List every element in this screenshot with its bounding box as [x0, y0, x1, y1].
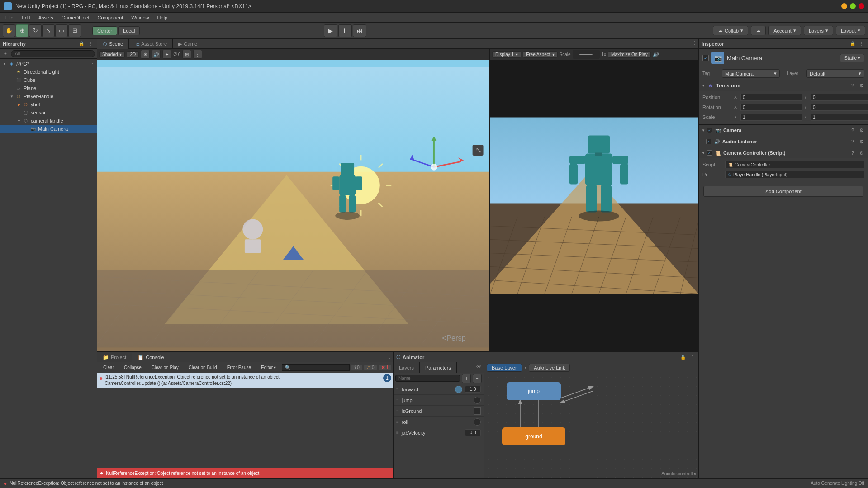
anim-eye-icon[interactable]: 👁: [474, 362, 484, 371]
animator-lock-icon[interactable]: 🔒: [679, 354, 687, 361]
pi-field-value[interactable]: ⬡ PlayerHandle (PlayerInput): [725, 171, 864, 178]
rotate-tool[interactable]: ↻: [29, 24, 42, 37]
position-y-input[interactable]: [811, 94, 868, 101]
editor-tabs-menu-icon[interactable]: ⋮: [691, 39, 698, 46]
anim-tab-layers[interactable]: Layers: [394, 362, 420, 373]
script-field-value[interactable]: 📜 CameraController: [725, 161, 864, 168]
audio-listener-help-icon[interactable]: ?: [849, 138, 856, 145]
scene-viewport[interactable]: Shaded ▾ 2D ☀ 🔊 ✦ Ø 0 ⊞ ⋮: [97, 49, 490, 351]
hierarchy-lock-icon[interactable]: 🔒: [78, 40, 85, 47]
rotation-y-input[interactable]: [811, 104, 868, 111]
error-pause-button[interactable]: Error Pause: [223, 364, 255, 371]
hierarchy-item-directional-light[interactable]: ▶ ☀ Directional Light: [0, 68, 97, 76]
pause-button[interactable]: ⏸: [338, 24, 352, 37]
anim-add-param-button[interactable]: +: [462, 374, 471, 383]
forward-bool-control[interactable]: [455, 386, 462, 393]
scene-audio-btn[interactable]: 🔊: [152, 50, 161, 59]
menu-assets[interactable]: Assets: [35, 14, 57, 21]
tab-console[interactable]: 📋 Console: [132, 353, 170, 362]
tab-project[interactable]: 📁 Project: [97, 353, 132, 362]
menu-help[interactable]: Help: [153, 14, 171, 21]
scene-menu-btn[interactable]: ⋮: [193, 50, 202, 59]
scale-slider[interactable]: ────: [573, 50, 600, 59]
layer-dropdown[interactable]: Default ▾: [806, 69, 864, 78]
camera-controller-enabled-checkbox[interactable]: ✓: [707, 150, 712, 156]
camera-help-icon[interactable]: ?: [849, 127, 856, 134]
transform-settings-icon[interactable]: ⚙: [858, 82, 865, 89]
maximize-on-play-btn[interactable]: Maximize On Play: [608, 51, 651, 58]
transform-header[interactable]: ▼ ⊕ Transform ? ⚙: [699, 80, 868, 91]
anim-graph-content[interactable]: jump ground Animtor.controller: [484, 373, 698, 478]
forward-value[interactable]: 1.0: [465, 386, 481, 393]
menu-file[interactable]: File: [2, 14, 17, 21]
play-button[interactable]: ▶: [324, 24, 337, 37]
anim-param-jump[interactable]: ≡ jump: [394, 395, 484, 406]
menu-gameobject[interactable]: GameObject: [58, 14, 93, 21]
transform-tool[interactable]: ⊞: [68, 24, 81, 37]
tab-asset-store[interactable]: 🛍 Asset Store: [129, 39, 173, 49]
maximize-button[interactable]: [850, 3, 856, 9]
hierarchy-menu-icon[interactable]: ⋮: [87, 40, 94, 47]
anim-param-isground[interactable]: ≡ isGround: [394, 406, 484, 417]
camera-controller-settings-icon[interactable]: ⚙: [858, 149, 865, 156]
menu-component[interactable]: Component: [94, 14, 127, 21]
menu-edit[interactable]: Edit: [18, 14, 34, 21]
collapse-button[interactable]: Collapse: [120, 364, 146, 371]
anim-state-jump[interactable]: jump: [507, 382, 561, 400]
scene-light-btn[interactable]: ☀: [141, 50, 150, 59]
inspector-lock-icon[interactable]: 🔒: [849, 40, 856, 47]
anim-search-input[interactable]: [395, 375, 460, 382]
roll-bool-control[interactable]: [474, 418, 481, 426]
tab-scene[interactable]: ⬡ Scene: [97, 39, 129, 49]
camera-enabled-checkbox[interactable]: ✓: [707, 128, 712, 133]
inspector-static-button[interactable]: Static ▾: [840, 54, 864, 62]
rpg-menu-icon[interactable]: ⋮: [90, 61, 95, 67]
audio-listener-settings-icon[interactable]: ⚙: [858, 138, 865, 145]
console-log-item[interactable]: ● [11:25:58] NullReferenceException: Obj…: [97, 373, 393, 388]
console-tabs-menu[interactable]: ⋮: [386, 355, 393, 362]
hierarchy-item-main-camera[interactable]: ▶ 📷 Main Camera: [0, 125, 97, 133]
clear-button[interactable]: Clear: [99, 364, 118, 371]
aspect-dropdown[interactable]: Free Aspect ▾: [523, 51, 557, 58]
pivot-local-toggle[interactable]: Local: [118, 26, 140, 35]
pivot-center-toggle[interactable]: Center: [92, 26, 117, 35]
shading-dropdown[interactable]: Shaded ▾: [99, 51, 125, 58]
scene-fx-btn[interactable]: ✦: [162, 50, 171, 59]
hierarchy-item-rpg[interactable]: ▼ ◈ RPG* ⋮: [0, 60, 97, 68]
hierarchy-item-plane[interactable]: ▶ ▱ Plane: [0, 84, 97, 92]
add-component-button[interactable]: Add Component: [703, 186, 863, 197]
tag-dropdown[interactable]: MainCamera ▾: [722, 69, 780, 78]
display-dropdown[interactable]: Display 1 ▾: [492, 51, 521, 58]
cloud-button[interactable]: ☁: [751, 26, 766, 35]
close-button[interactable]: [859, 3, 864, 9]
transform-help-icon[interactable]: ?: [849, 82, 856, 89]
move-tool[interactable]: ⊕: [16, 24, 28, 37]
anim-param-forward[interactable]: ≡ forward 1.0: [394, 384, 484, 395]
editor-dropdown[interactable]: Editor ▾: [257, 364, 280, 371]
hierarchy-search-input[interactable]: [11, 50, 95, 57]
camera-controller-help-icon[interactable]: ?: [849, 149, 856, 156]
minimize-button[interactable]: [841, 3, 847, 9]
tab-game[interactable]: ▶ Game: [173, 39, 203, 49]
scale-tool[interactable]: ⤡: [42, 24, 55, 37]
scene-grid-btn[interactable]: ⊞: [182, 50, 191, 59]
hierarchy-item-camerahandle[interactable]: ▼ ⬡ cameraHandle: [0, 117, 97, 125]
auto-live-link-button[interactable]: Auto Live Link: [529, 364, 570, 372]
hierarchy-item-playerhandle[interactable]: ▼ ⬡ PlayerHandle: [0, 92, 97, 100]
anim-tab-params[interactable]: Parameters: [420, 362, 457, 373]
rect-tool[interactable]: ▭: [55, 24, 68, 37]
clear-on-play-button[interactable]: Clear on Play: [147, 364, 183, 371]
scale-x-input[interactable]: [740, 114, 802, 121]
base-layer-button[interactable]: Base Layer: [487, 364, 522, 372]
camera-controller-header[interactable]: ▼ ✓ 📜 Camera Controller (Script) ? ⚙: [699, 147, 868, 158]
anim-remove-param-button[interactable]: −: [473, 374, 482, 383]
menu-window[interactable]: Window: [128, 14, 152, 21]
hand-tool[interactable]: ✋: [3, 24, 15, 37]
account-button[interactable]: Account ▾: [768, 26, 801, 35]
jump-bool-control[interactable]: [474, 397, 481, 404]
anim-param-roll[interactable]: ≡ roll: [394, 417, 484, 427]
hierarchy-item-cube[interactable]: ▶ ⬛ Cube: [0, 76, 97, 84]
camera-settings-icon[interactable]: ⚙: [858, 127, 865, 134]
inspector-active-checkbox[interactable]: [702, 55, 709, 61]
jabvelocity-value[interactable]: 0.0: [465, 429, 481, 436]
